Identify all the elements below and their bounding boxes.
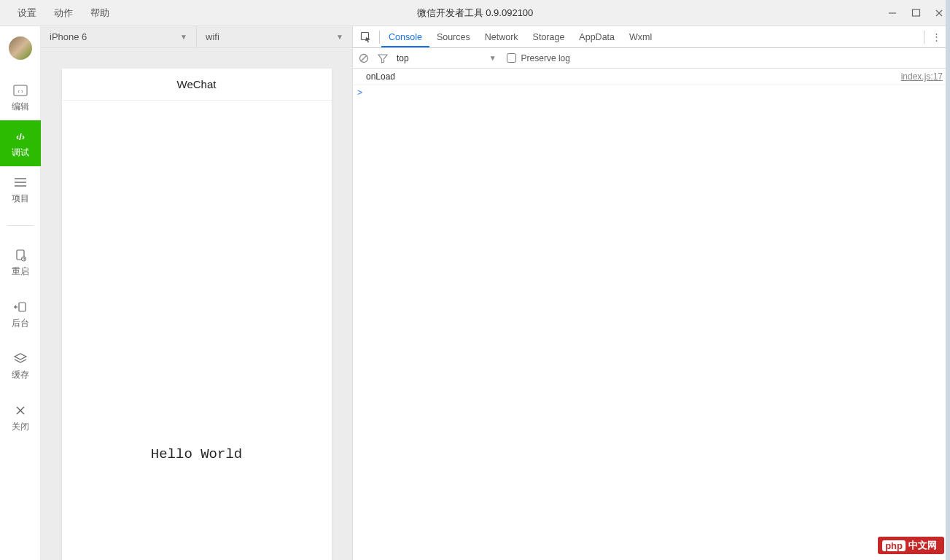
page-text: Hello World xyxy=(151,446,242,462)
console-log-row: onLoad index.js:17 xyxy=(353,69,950,85)
network-value: wifi xyxy=(206,31,219,42)
simulator-panel: iPhone 6 ▼ wifi ▼ WeChat Hello World xyxy=(41,26,352,560)
title-bar: 设置 动作 帮助 微信开发者工具 0.9.092100 xyxy=(0,0,950,26)
simulator-toolbar: iPhone 6 ▼ wifi ▼ xyxy=(41,26,352,48)
svg-rect-1 xyxy=(912,9,919,16)
avatar[interactable] xyxy=(9,36,32,60)
caret-down-icon: ▼ xyxy=(336,33,343,41)
svg-line-18 xyxy=(361,55,367,61)
maximize-button[interactable] xyxy=(909,7,922,20)
hamburger-icon xyxy=(13,175,28,190)
svg-marker-19 xyxy=(378,55,387,63)
context-selector[interactable]: top ▼ xyxy=(397,53,497,63)
caret-down-icon: ▼ xyxy=(180,33,187,41)
restart-icon xyxy=(13,248,28,262)
watermark-text: 中文网 xyxy=(908,539,937,552)
app-title-bar: WeChat xyxy=(62,69,332,101)
simulator-canvas: WeChat Hello World xyxy=(41,48,352,560)
sidebar-item-restart[interactable]: 重启 xyxy=(0,239,41,285)
log-message: onLoad xyxy=(366,71,395,82)
close-icon xyxy=(13,403,28,418)
tab-wxml[interactable]: Wxml xyxy=(622,26,659,47)
svg-rect-12 xyxy=(19,303,26,311)
sidebar-item-debug[interactable]: ‹/› 调试 xyxy=(0,120,41,166)
sidebar: ‹ › 编辑 ‹/› 调试 项目 重启 xyxy=(0,26,41,560)
sidebar-item-project[interactable]: 项目 xyxy=(0,166,41,212)
devtools-menu-icon[interactable]: ⋮ xyxy=(926,31,947,42)
tab-console[interactable]: Console xyxy=(381,26,429,47)
window-controls xyxy=(886,7,946,20)
preserve-log-label: Preserve log xyxy=(521,53,570,63)
device-selector[interactable]: iPhone 6 ▼ xyxy=(41,26,197,47)
svg-point-11 xyxy=(21,257,26,261)
sidebar-item-label: 调试 xyxy=(12,147,29,159)
sidebar-item-label: 编辑 xyxy=(12,101,29,113)
inspect-element-icon[interactable] xyxy=(359,31,373,43)
sidebar-item-back[interactable]: 后台 xyxy=(0,291,41,337)
tab-network[interactable]: Network xyxy=(478,26,526,47)
tab-appdata[interactable]: AppData xyxy=(572,26,622,47)
phone-frame: WeChat Hello World xyxy=(62,69,332,560)
layers-icon xyxy=(13,351,28,366)
sidebar-divider xyxy=(7,225,34,226)
network-selector[interactable]: wifi ▼ xyxy=(197,26,352,47)
preserve-log-checkbox[interactable] xyxy=(507,53,516,63)
console-output[interactable]: onLoad index.js:17 > xyxy=(353,69,950,560)
preserve-log-toggle[interactable]: Preserve log xyxy=(504,53,570,63)
svg-marker-13 xyxy=(15,354,26,359)
window-title: 微信开发者工具 0.9.092100 xyxy=(417,7,534,20)
app-menu: 设置 动作 帮助 xyxy=(0,7,118,20)
sidebar-item-label: 关闭 xyxy=(12,421,29,433)
sidebar-item-label: 后台 xyxy=(12,317,29,330)
background-icon xyxy=(13,300,28,314)
sidebar-item-label: 缓存 xyxy=(12,369,29,381)
debug-icon: ‹/› xyxy=(13,129,28,144)
sidebar-item-cache[interactable]: 缓存 xyxy=(0,343,41,389)
console-toolbar: top ▼ Preserve log xyxy=(353,48,950,69)
watermark: php 中文网 xyxy=(878,537,944,554)
log-source-link[interactable]: index.js:17 xyxy=(901,71,943,82)
tab-sources[interactable]: Sources xyxy=(429,26,478,47)
context-value: top xyxy=(397,53,409,63)
device-value: iPhone 6 xyxy=(50,31,87,42)
clear-console-icon[interactable] xyxy=(359,53,370,63)
menu-help[interactable]: 帮助 xyxy=(82,7,118,20)
tab-storage[interactable]: Storage xyxy=(526,26,572,47)
svg-text:‹/›: ‹/› xyxy=(15,131,24,142)
caret-down-icon: ▼ xyxy=(489,54,497,62)
devtools-panel: Console Sources Network Storage AppData … xyxy=(352,26,950,560)
watermark-prefix: php xyxy=(882,540,906,551)
sidebar-item-label: 重启 xyxy=(12,265,29,278)
menu-settings[interactable]: 设置 xyxy=(9,7,45,20)
console-prompt[interactable]: > xyxy=(353,85,950,100)
code-icon: ‹ › xyxy=(13,83,28,98)
minimize-button[interactable] xyxy=(886,7,899,20)
svg-text:‹ ›: ‹ › xyxy=(17,88,23,95)
sidebar-item-close[interactable]: 关闭 xyxy=(0,394,41,440)
window-edge xyxy=(946,0,950,560)
menu-actions[interactable]: 动作 xyxy=(45,7,82,20)
close-button[interactable] xyxy=(933,7,946,20)
filter-icon[interactable] xyxy=(378,53,389,63)
app-body[interactable]: Hello World xyxy=(62,101,332,560)
sidebar-item-edit[interactable]: ‹ › 编辑 xyxy=(0,74,41,120)
sidebar-item-label: 项目 xyxy=(12,192,29,205)
devtools-tabs: Console Sources Network Storage AppData … xyxy=(353,26,950,48)
